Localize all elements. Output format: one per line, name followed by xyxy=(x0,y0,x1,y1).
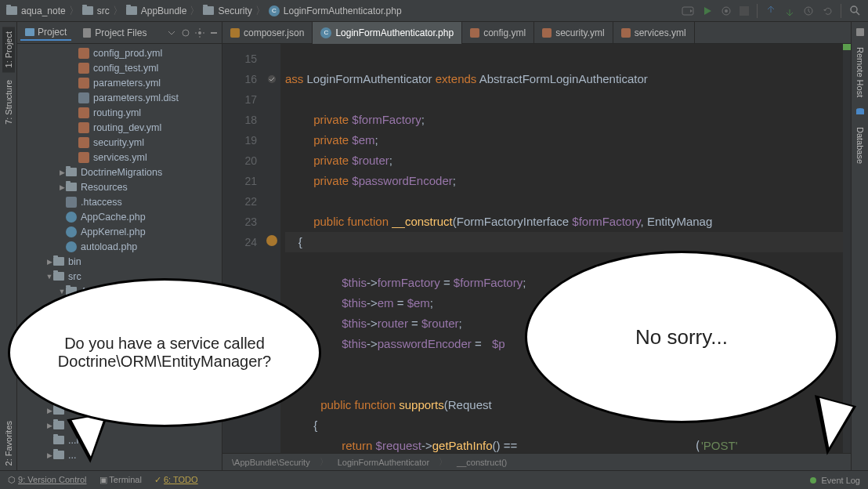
tab-label: LoginFormAuthenticator.php xyxy=(335,27,454,38)
vcs-update-icon[interactable] xyxy=(765,5,776,16)
line-number: 24 xyxy=(222,232,257,252)
project-files-tab[interactable]: Project Files xyxy=(78,26,151,40)
line-number: 21 xyxy=(222,171,257,191)
yml-icon xyxy=(621,28,631,38)
folder-icon xyxy=(53,436,64,444)
expand-arrow-icon[interactable]: ▶ xyxy=(58,183,66,191)
yml-icon xyxy=(542,28,552,38)
tab-label: services.yml xyxy=(635,27,686,38)
collapse-icon[interactable] xyxy=(167,28,176,38)
json-icon xyxy=(230,28,240,38)
remote-host-icon[interactable] xyxy=(855,27,866,38)
database-tab[interactable]: Database xyxy=(854,122,866,168)
expand-arrow-icon[interactable]: ▶ xyxy=(45,422,53,429)
expand-arrow-icon[interactable]: ▼ xyxy=(45,273,53,281)
php-icon: C xyxy=(269,5,280,16)
tree-row[interactable]: routing_dev.yml xyxy=(17,120,222,135)
run-config-icon[interactable] xyxy=(682,5,694,17)
tree-row[interactable]: ▶DoctrineMigrations xyxy=(17,165,222,179)
vcs-commit-icon[interactable] xyxy=(784,5,795,16)
tree-row[interactable]: autoload.php xyxy=(17,239,222,254)
project-tool-tab[interactable]: 1: Project xyxy=(2,27,15,72)
svg-line-6 xyxy=(856,12,859,15)
line-number: 15 xyxy=(222,49,257,69)
tree-label: parameters.yml.dist xyxy=(93,92,179,103)
vcs-history-icon[interactable] xyxy=(803,5,814,16)
crumb-class[interactable]: LoginFormAuthenticator xyxy=(335,458,432,467)
intention-bulb-icon[interactable] xyxy=(266,235,277,246)
txt-icon xyxy=(78,92,89,103)
structure-tool-tab[interactable]: 7: Structure xyxy=(2,75,15,129)
speech-bubble-right: No sorry... xyxy=(525,251,838,423)
php-icon xyxy=(66,212,77,223)
tree-row[interactable]: config_prod.yml xyxy=(17,45,222,60)
tree-row[interactable]: routing.yml xyxy=(17,105,222,120)
expand-arrow-icon[interactable]: ▶ xyxy=(45,407,53,415)
error-stripe[interactable] xyxy=(843,44,851,453)
stop-icon[interactable] xyxy=(740,6,749,16)
event-log[interactable]: Event Log xyxy=(821,476,860,485)
tree-label: Resources xyxy=(81,182,128,193)
crumb-ns[interactable]: \AppBundle\Security xyxy=(229,458,313,467)
expand-arrow-icon[interactable]: ▶ xyxy=(58,168,66,176)
tree-row[interactable]: .htaccess xyxy=(17,194,222,209)
svg-rect-8 xyxy=(83,28,91,38)
crumb-3[interactable]: Security xyxy=(203,5,251,16)
tree-row[interactable]: parameters.yml xyxy=(17,75,222,90)
tree-row[interactable]: config_test.yml xyxy=(17,60,222,75)
svg-point-12 xyxy=(268,75,276,83)
override-icon[interactable] xyxy=(266,74,277,85)
tree-label: bin xyxy=(68,256,81,267)
event-indicator-icon xyxy=(810,477,816,484)
structure-breadcrumb: \AppBundle\Security〉 LoginFormAuthentica… xyxy=(222,453,851,470)
remote-host-tab[interactable]: Remote Host xyxy=(854,42,866,102)
editor-tab[interactable]: CLoginFormAuthenticator.php xyxy=(313,22,462,44)
scroll-from-icon[interactable] xyxy=(181,28,190,38)
expand-arrow-icon[interactable]: ▼ xyxy=(58,288,66,295)
crumb-file[interactable]: CLoginFormAuthenticator.php xyxy=(269,5,402,16)
tree-row[interactable]: ▶bin xyxy=(17,254,222,269)
tree-row[interactable]: AppCache.php xyxy=(17,209,222,224)
left-tool-rail: 1: Project 7: Structure 2: Favorites xyxy=(0,22,17,470)
folder-icon xyxy=(53,421,64,429)
editor-tab[interactable]: config.yml xyxy=(462,22,534,44)
editor-tab[interactable]: services.yml xyxy=(613,22,695,44)
todo-tool[interactable]: ✓ 6: TODO xyxy=(154,475,198,485)
hide-icon[interactable] xyxy=(209,28,219,38)
gear-icon[interactable] xyxy=(195,28,204,38)
debug-icon[interactable] xyxy=(721,5,732,16)
tree-row[interactable]: services.yml xyxy=(17,150,222,165)
editor-tab[interactable]: composer.json xyxy=(222,22,313,44)
search-icon[interactable] xyxy=(849,5,862,17)
svg-rect-11 xyxy=(211,32,217,34)
tree-label: config_prod.yml xyxy=(93,48,162,59)
editor-tab[interactable]: security.yml xyxy=(534,22,613,44)
favorites-tool-tab[interactable]: 2: Favorites xyxy=(2,416,15,470)
crumb-method[interactable]: __construct() xyxy=(454,458,510,467)
tree-label: .htaccess xyxy=(81,197,122,208)
crumb-2[interactable]: AppBundle xyxy=(126,5,187,16)
vcs-tool[interactable]: ⬡ 9: Version Control xyxy=(8,475,87,485)
tree-row[interactable]: parameters.yml.dist xyxy=(17,90,222,105)
crumb-root[interactable]: aqua_note xyxy=(6,5,66,16)
tree-row[interactable]: ▶... xyxy=(17,447,222,462)
tree-row[interactable]: ▶Resources xyxy=(17,179,222,194)
expand-arrow-icon[interactable]: ▶ xyxy=(45,258,53,266)
play-icon[interactable] xyxy=(702,5,713,16)
project-tab[interactable]: Project xyxy=(20,25,71,41)
tree-row[interactable]: AppKernel.php xyxy=(17,224,222,239)
folder-icon xyxy=(53,451,64,459)
database-icon[interactable] xyxy=(855,107,866,118)
svg-rect-15 xyxy=(856,110,864,114)
tree-label: autoload.php xyxy=(81,241,137,252)
terminal-tool[interactable]: ▣ Terminal xyxy=(99,475,142,485)
tree-row[interactable]: security.yml xyxy=(17,135,222,150)
expand-arrow-icon[interactable]: ▶ xyxy=(45,451,53,459)
yml-icon xyxy=(78,107,89,118)
line-number: 20 xyxy=(222,150,257,171)
folder-icon xyxy=(66,183,77,191)
crumb-1[interactable]: src xyxy=(82,5,110,16)
svg-point-5 xyxy=(851,6,857,13)
tree-row[interactable]: ...ndor xyxy=(17,433,222,447)
vcs-revert-icon[interactable] xyxy=(822,5,833,16)
